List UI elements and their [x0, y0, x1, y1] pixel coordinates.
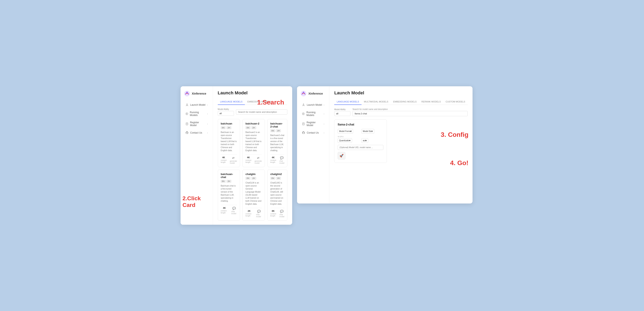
tab-rerank-models-right[interactable]: RERANK MODELS: [419, 99, 443, 105]
model-type-label: chat model: [231, 211, 237, 215]
tab-embedding-models-left[interactable]: EMBEDDING MODELS: [245, 99, 273, 105]
right-sidebar-item-launch-model[interactable]: Launch Model ›: [299, 101, 328, 108]
right-ability-select[interactable]: all: [334, 111, 350, 116]
model-stat-context: 4K context length: [221, 207, 228, 215]
tab-custom-models-right[interactable]: CUSTOM MODELS: [443, 99, 468, 105]
model-type-label: chat model: [256, 214, 262, 218]
config-quantization-select[interactable]: Quantization: [338, 138, 352, 143]
context-value: 4K: [272, 156, 274, 159]
right-search-input-wrap: Search for model name and description: [352, 108, 468, 116]
xinference-logo-icon-right: [300, 90, 307, 97]
sidebar-item-contact-us[interactable]: Contact Us ›: [182, 129, 211, 136]
model-footer: 2K context length 💬 chat model: [246, 208, 262, 218]
context-value: 4K: [222, 156, 225, 159]
model-type-label: chat model: [280, 214, 284, 218]
left-sidebar-nav: Launch Model › Running Models ›: [180, 101, 213, 136]
model-tag: EN: [221, 126, 226, 129]
model-stat-type: ⇄ generate model: [254, 156, 262, 164]
model-card-name: chatglm: [246, 173, 262, 176]
model-stat-context: 2K context length: [246, 210, 253, 218]
ability-select-wrap: Model Ability all: [218, 108, 234, 116]
model-card-baichuan-2-chat[interactable]: baichuan-2-chat ENZH Baichuan2-chat is a…: [267, 119, 288, 167]
model-type-icon: 💬: [280, 210, 284, 213]
config-ngpu-wrap: auto: [361, 138, 383, 143]
config-launch-button[interactable]: 🚀: [338, 152, 345, 159]
model-tag: ZH: [251, 126, 256, 129]
sidebar-item-register-model[interactable]: Register Model ›: [182, 119, 211, 129]
model-desc: Baichuan2 is an open-source Transformer …: [246, 131, 262, 152]
model-stat-type: 💬 chat model: [280, 156, 284, 164]
model-type-icon: 💬: [257, 210, 261, 213]
left-window-wrapper: 1.Search 2.ClickCard Xinference: [180, 86, 292, 225]
right-sidebar-launch-label: Launch Model: [307, 103, 322, 106]
right-sidebar-item-register-model[interactable]: Register Model ›: [299, 119, 328, 129]
left-page-title: Launch Model: [218, 90, 288, 96]
config-quantization-ngpu-row: Quantization auto: [338, 138, 383, 143]
right-logo: Xinference: [297, 90, 329, 101]
config-format-select[interactable]: Model Format: [338, 129, 353, 134]
context-label: context length: [246, 213, 253, 217]
tab-embedding-models-right[interactable]: EMBEDDING MODELS: [391, 99, 419, 105]
model-type-icon: ⇄: [232, 156, 234, 159]
chevron-icon-running: ›: [207, 113, 208, 115]
model-card-chatglm2[interactable]: chatglm2 ENZH ChatGLM2 is the second gen…: [267, 170, 288, 221]
model-type-icon: 💬: [232, 207, 236, 210]
context-label: context length: [270, 213, 276, 217]
right-sidebar-item-running-models[interactable]: Running Models ›: [299, 109, 328, 119]
chevron-icon-launch: ›: [207, 104, 208, 106]
sidebar-item-launch-model[interactable]: Launch Model ›: [182, 101, 211, 108]
right-search-row: Model Ability all Search for model name …: [334, 108, 468, 116]
right-chevron-launch: ›: [324, 104, 324, 106]
config-format-size-row: Model Format Model Size: [338, 129, 383, 134]
config-quantization-wrap: Quantization: [338, 138, 360, 143]
model-card-baichuan[interactable]: baichuan ENZH Baichuan is an open-source…: [218, 119, 240, 167]
right-sidebar: Xinference Launch Model ›: [297, 86, 330, 204]
model-card-name: chatglm2: [270, 173, 284, 176]
model-tag: EN: [270, 129, 276, 132]
config-uid-input[interactable]: [338, 145, 383, 150]
ability-label: Model Ability: [218, 108, 234, 110]
right-main-content: Launch Model LANGUAGE MODELS MULTIMODAL …: [330, 86, 472, 204]
config-size-wrap: Model Size: [361, 129, 383, 134]
right-chevron-register: ›: [324, 123, 324, 125]
rocket-icon-right: [302, 103, 305, 106]
right-ability-select-wrap: Model Ability all: [334, 108, 350, 116]
model-stat-context: 4K context length: [246, 156, 251, 164]
right-sidebar-running-label: Running Models: [306, 111, 322, 117]
model-type-icon: 💬: [280, 156, 284, 159]
context-value: 4K: [247, 156, 250, 159]
model-card-baichuan-2[interactable]: baichuan-2 ENZH Baichuan2 is an open-sou…: [242, 119, 265, 167]
right-logo-text: Xinference: [308, 92, 323, 95]
model-tag: ZH: [276, 129, 281, 132]
tab-language-models-right[interactable]: LANGUAGE MODELS: [334, 99, 362, 105]
model-tags: ENZH: [270, 129, 284, 132]
left-app-window: Xinference Launch Model ›: [180, 86, 292, 225]
model-type-label: generate model: [254, 160, 262, 164]
model-card-name: baichuan-2-chat: [270, 122, 284, 128]
model-footer: 4K context length ⇄ generate model: [246, 154, 262, 164]
search-input-left[interactable]: [236, 109, 288, 115]
search-input-right[interactable]: [352, 111, 468, 116]
launch-rocket-icon: 🚀: [340, 154, 344, 158]
right-sidebar-item-contact-us[interactable]: Contact Us ›: [299, 129, 328, 136]
model-card-chatglm[interactable]: chatglm ENZH ChatGLM is an open-source G…: [242, 170, 265, 221]
tab-multimodal-models-right[interactable]: MULTIMODAL MODELS: [362, 99, 391, 105]
config-ngpu-select[interactable]: auto: [361, 138, 368, 143]
model-desc: ChatGLM is an open-source General Langua…: [246, 181, 262, 206]
model-card-baichuan-chat[interactable]: baichuan-chat ENZH Baichuan-chat is a fi…: [218, 170, 240, 221]
model-desc: Baichuan2-chat is a fine-tuned version o…: [270, 134, 284, 152]
model-tags: ENZH: [221, 126, 237, 129]
right-ability-label: Model Ability: [334, 108, 350, 111]
tab-language-models-left[interactable]: LANGUAGE MODELS: [218, 99, 245, 105]
sidebar-item-running-models[interactable]: Running Models ›: [182, 109, 211, 119]
model-tag: ZH: [226, 180, 231, 183]
rocket-icon: [186, 103, 189, 106]
right-page-title: Launch Model: [334, 90, 468, 96]
config-size-select[interactable]: Model Size: [361, 129, 374, 134]
left-logo: Xinference: [180, 90, 213, 101]
model-tags: ENZH: [246, 177, 262, 180]
ability-select[interactable]: all: [218, 111, 234, 116]
sidebar-contact-label: Contact Us: [190, 131, 202, 134]
context-label: context length: [270, 159, 276, 163]
sidebar-register-label: Register Model: [190, 121, 206, 127]
